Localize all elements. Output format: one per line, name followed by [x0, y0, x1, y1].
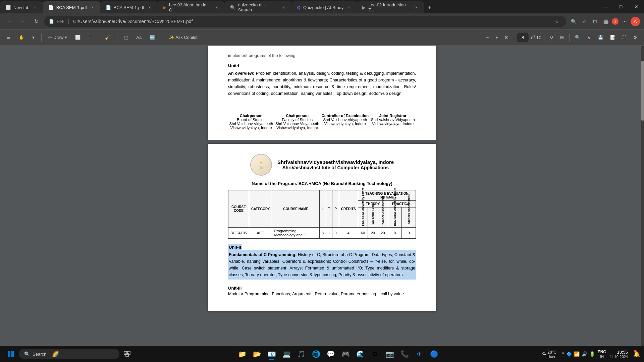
- taskbar-vlc[interactable]: 🎵: [294, 347, 308, 361]
- language-indicator[interactable]: ENG IN: [598, 350, 606, 358]
- fit-width-button[interactable]: ⊡: [502, 32, 511, 43]
- tab-label: quizgecko ai - Search: [238, 2, 279, 12]
- taskbar-phone[interactable]: 📞: [398, 347, 411, 361]
- find-text-button[interactable]: 🔤: [147, 32, 158, 43]
- zoom-in-button[interactable]: +: [493, 32, 501, 43]
- more-options-icon[interactable]: ⋯: [620, 17, 629, 26]
- close-tab-icon[interactable]: ✕: [147, 5, 152, 10]
- maximize-button[interactable]: □: [613, 0, 629, 13]
- role-title: Chairperson: [229, 114, 273, 118]
- tab-bca-pdf-1[interactable]: 📄 BCA SEM-1.pdf ✕: [43, 1, 100, 13]
- tab-lec02[interactable]: ▶ Lec-02 Introduction T... ✕: [357, 1, 424, 13]
- search-icon: 🔍: [24, 351, 30, 357]
- volume-icon[interactable]: 🔊: [582, 351, 587, 357]
- favorites-star-icon[interactable]: ☆: [580, 17, 589, 26]
- chevron-down-icon[interactable]: ▾: [30, 32, 37, 43]
- role-place: Vishwavidyalaya, Indore: [275, 126, 319, 130]
- close-tab-icon[interactable]: ✕: [414, 5, 419, 10]
- taskbar-game[interactable]: 🎮: [339, 347, 352, 361]
- tab-label: BCA SEM-1.pdf: [56, 5, 87, 10]
- network-icon[interactable]: 📶: [574, 351, 580, 357]
- taskbar-file-manager[interactable]: 📂: [250, 347, 264, 361]
- unit3-header: Unit-III: [228, 286, 416, 291]
- taskbar-apps: 📁 📂 📧 💻 🎵 🌐 💬 🎮 🌊 ⚙ 📷: [136, 347, 541, 361]
- tab-newtab[interactable]: ⬜ New tab ✕: [0, 1, 43, 13]
- eraser-clear-button[interactable]: 🧹: [102, 32, 113, 43]
- battery-icon[interactable]: 🔋: [589, 351, 595, 357]
- eraser-button[interactable]: ⬜: [72, 32, 83, 43]
- taskbar-wave[interactable]: 🌊: [354, 347, 367, 361]
- close-tab-icon[interactable]: ✕: [214, 5, 219, 10]
- separator: |: [68, 18, 69, 24]
- fullscreen-button[interactable]: ⛶: [620, 32, 629, 43]
- font-size-button[interactable]: Aa: [133, 32, 144, 43]
- save-button[interactable]: 💾: [595, 32, 606, 43]
- minimize-button[interactable]: —: [598, 0, 613, 13]
- window-controls: — □ ✕: [598, 0, 644, 13]
- hand-tool-button[interactable]: ✋: [16, 32, 27, 43]
- tab-lec03[interactable]: ▶ Lec-03 Algorithm in C... ✕: [158, 1, 225, 13]
- copilot-icon[interactable]: 🤖: [601, 17, 610, 26]
- add-notes-button[interactable]: 📝: [607, 32, 618, 43]
- profile-icon[interactable]: A: [631, 17, 640, 26]
- back-button[interactable]: ←: [4, 16, 15, 27]
- start-button[interactable]: [4, 347, 17, 361]
- scrollbar-thumb[interactable]: [641, 61, 644, 121]
- new-tab-button[interactable]: +: [424, 1, 435, 13]
- ask-copilot-button[interactable]: ✨ Ask Copilot: [166, 32, 200, 43]
- search-pdf-button[interactable]: 🔍: [572, 32, 583, 43]
- course-name-text: Programming Methodology and C: [274, 229, 306, 237]
- taskbar-chrome[interactable]: 🔵: [427, 347, 441, 361]
- more-tools-button[interactable]: ⚙: [631, 32, 640, 43]
- close-button[interactable]: ✕: [629, 0, 644, 13]
- print-button[interactable]: 🖨: [584, 32, 594, 43]
- close-tab-icon[interactable]: ✕: [281, 5, 286, 10]
- unit3-label: Unit-III: [228, 286, 241, 291]
- draw-label: Draw: [53, 35, 63, 40]
- favorites-icon[interactable]: ☆: [552, 17, 561, 26]
- role-place: Vishwavidyalaya, Indore: [229, 126, 273, 130]
- refresh-button[interactable]: ↻: [31, 16, 42, 27]
- cell-end-sem: 60: [358, 228, 368, 239]
- role-controller: Controller of Examination Shri Vaishnav …: [321, 114, 369, 130]
- taskbar-telegram[interactable]: ✈: [413, 347, 426, 361]
- scrollbar-track[interactable]: [641, 46, 644, 346]
- task-view-button[interactable]: [121, 347, 134, 361]
- text-tool-button[interactable]: T: [86, 32, 94, 43]
- tab-bca-pdf-2[interactable]: 📄 BCA SEM-1.pdf ✕: [100, 1, 158, 13]
- close-tab-icon[interactable]: ✕: [90, 5, 95, 10]
- taskbar-camera[interactable]: 📷: [383, 347, 396, 361]
- close-tab-icon[interactable]: ✕: [346, 5, 352, 10]
- fit-screen-button[interactable]: ⊞: [557, 32, 567, 43]
- bluetooth-icon[interactable]: 🔷: [566, 351, 572, 357]
- taskbar-search[interactable]: 🔍 Search 🌈: [19, 349, 119, 359]
- time: 18:56: [609, 350, 628, 355]
- close-tab-icon[interactable]: ✕: [32, 5, 38, 10]
- layout-button[interactable]: ☰: [4, 32, 13, 43]
- tab-quizgecko-ai[interactable]: Q Quizgecko | AI Study ✕: [292, 1, 357, 13]
- taskbar-outlook[interactable]: 📧: [265, 347, 278, 361]
- notification-center[interactable]: 1 🔔: [631, 347, 640, 361]
- col-practical: PRACTICAL: [388, 201, 416, 207]
- weather-widget[interactable]: 🌤 28°C Haze: [542, 350, 556, 358]
- taskbar-explorer[interactable]: 📁: [235, 347, 249, 361]
- rotate-button[interactable]: ↺: [547, 32, 556, 43]
- tab-bar: ⬜ New tab ✕ 📄 BCA SEM-1.pdf ✕ 📄 BCA SEM-…: [0, 0, 598, 13]
- url-bar[interactable]: 📄 File | C:/Users/vaibh/OneDrive/Documen…: [44, 16, 566, 27]
- clock[interactable]: 18:56 11-10-2024: [609, 350, 628, 359]
- split-screen-icon[interactable]: ⊡: [590, 17, 600, 26]
- page-number-input[interactable]: [517, 33, 529, 42]
- cell-p: 0: [332, 228, 339, 239]
- taskbar-browser[interactable]: 🌐: [309, 347, 323, 361]
- taskbar-chat1[interactable]: 💬: [324, 347, 337, 361]
- chevron-up-icon[interactable]: ^: [562, 351, 564, 357]
- search-icon[interactable]: 🔍: [569, 17, 578, 26]
- taskbar-vscode[interactable]: 💻: [280, 347, 293, 361]
- separator: [117, 34, 117, 42]
- zoom-out-button[interactable]: −: [484, 32, 492, 43]
- forward-button[interactable]: →: [17, 16, 28, 27]
- fit-page-button[interactable]: ⬚: [121, 32, 131, 43]
- tab-quizgecko-search[interactable]: 🔍 quizgecko ai - Search ✕: [225, 1, 292, 13]
- taskbar-settings[interactable]: ⚙: [368, 347, 382, 361]
- draw-button[interactable]: ✏ Draw ▾: [46, 32, 70, 43]
